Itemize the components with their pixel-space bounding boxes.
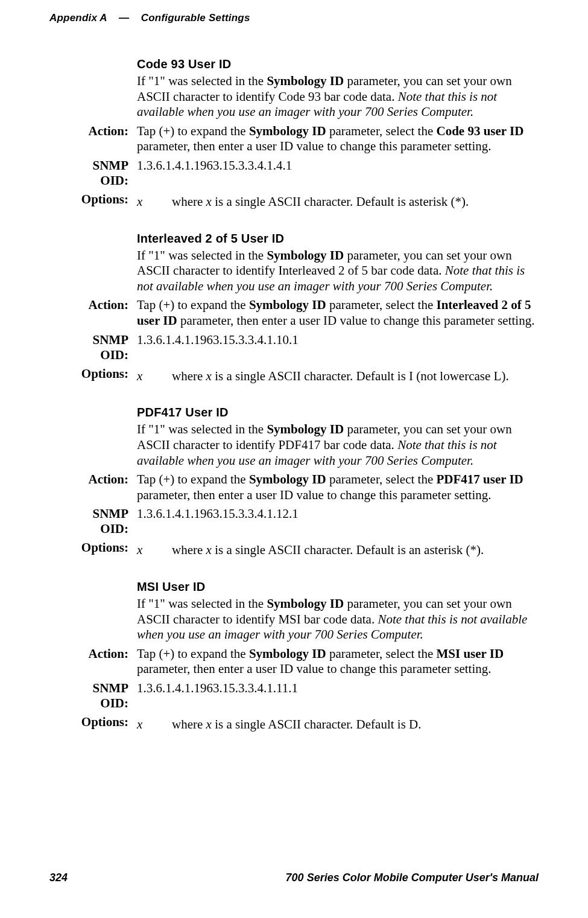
option-x: x (137, 194, 172, 210)
snmp-row: SNMP OID: 1.3.6.1.4.1.1963.15.3.3.4.1.4.… (71, 158, 539, 188)
action-label: Action: (71, 472, 137, 487)
footer-title: 700 Series Color Mobile Computer User's … (286, 872, 539, 884)
action-value: Tap (+) to expand the Symbology ID param… (137, 646, 539, 677)
section-desc: If "1" was selected in the Symbology ID … (137, 596, 539, 643)
action-text: Tap (+) to expand the (137, 124, 249, 138)
options-label: Options: (71, 192, 137, 207)
section-pdf417: PDF417 User ID If "1" was selected in th… (71, 406, 539, 562)
action-row: Action: Tap (+) to expand the Symbology … (71, 472, 539, 503)
desc-bold: Symbology ID (267, 74, 344, 88)
options-label: Options: (71, 715, 137, 730)
desc-text: If "1" was selected in the (137, 74, 267, 88)
section-title: PDF417 User ID (137, 406, 539, 419)
options-label: Options: (71, 366, 137, 381)
options-value: x where x is a single ASCII character. D… (137, 543, 539, 558)
section-code93: Code 93 User ID If "1" was selected in t… (71, 57, 539, 214)
snmp-value: 1.3.6.1.4.1.1963.15.3.3.4.1.4.1 (137, 158, 539, 174)
action-value: Tap (+) to expand the Symbology ID param… (137, 472, 539, 503)
snmp-row: SNMP OID: 1.3.6.1.4.1.1963.15.3.3.4.1.12… (71, 506, 539, 537)
header-appendix: Appendix A (49, 12, 107, 24)
action-label: Action: (71, 646, 137, 661)
action-value: Tap (+) to expand the Symbology ID param… (137, 298, 539, 328)
snmp-label: SNMP OID: (71, 681, 137, 711)
section-interleaved2of5: Interleaved 2 of 5 User ID If "1" was se… (71, 232, 539, 388)
section-title: MSI User ID (137, 580, 539, 594)
page-number: 324 (49, 872, 68, 884)
action-text: parameter, select the (326, 646, 437, 661)
opt-italic: x (206, 543, 212, 557)
opt-text: where (172, 194, 206, 209)
snmp-row: SNMP OID: 1.3.6.1.4.1.1963.15.3.3.4.1.10… (71, 333, 539, 363)
action-text: parameter, then enter a user ID value to… (177, 313, 535, 328)
desc-text: If "1" was selected in the (137, 422, 267, 436)
action-value: Tap (+) to expand the Symbology ID param… (137, 124, 539, 155)
options-value: x where x is a single ASCII character. D… (137, 717, 539, 733)
section-desc: If "1" was selected in the Symbology ID … (137, 248, 539, 295)
snmp-row: SNMP OID: 1.3.6.1.4.1.1963.15.3.3.4.1.11… (71, 681, 539, 711)
options-value: x where x is a single ASCII character. D… (137, 194, 539, 210)
option-x: x (137, 369, 172, 384)
action-bold: Symbology ID (249, 124, 326, 138)
desc-bold: Symbology ID (267, 248, 344, 263)
option-desc: where x is a single ASCII character. Def… (172, 717, 539, 733)
snmp-value: 1.3.6.1.4.1.1963.15.3.3.4.1.10.1 (137, 333, 539, 348)
opt-text: where (172, 369, 206, 383)
snmp-label: SNMP OID: (71, 506, 137, 537)
opt-italic: x (206, 717, 212, 732)
action-text: parameter, then enter a user ID value to… (137, 488, 492, 502)
action-row: Action: Tap (+) to expand the Symbology … (71, 124, 539, 155)
opt-text: is a single ASCII character. Default is … (212, 194, 469, 209)
action-bold: Symbology ID (249, 646, 326, 661)
action-row: Action: Tap (+) to expand the Symbology … (71, 298, 539, 328)
snmp-label: SNMP OID: (71, 158, 137, 188)
action-label: Action: (71, 124, 137, 139)
opt-text: is a single ASCII character. Default is … (212, 369, 509, 383)
options-label: Options: (71, 540, 137, 555)
opt-italic: x (206, 369, 212, 383)
header-title: Configurable Settings (141, 12, 250, 24)
section-desc: If "1" was selected in the Symbology ID … (137, 74, 539, 120)
opt-text: where (172, 717, 206, 732)
page-footer: 324 700 Series Color Mobile Computer Use… (49, 872, 539, 884)
snmp-value: 1.3.6.1.4.1.1963.15.3.3.4.1.11.1 (137, 681, 539, 696)
desc-bold: Symbology ID (267, 596, 344, 611)
page: Appendix A — Configurable Settings Code … (0, 0, 588, 918)
action-text: Tap (+) to expand the (137, 472, 249, 486)
options-row: Options: x where x is a single ASCII cha… (71, 715, 539, 736)
action-bold: Symbology ID (249, 472, 326, 486)
snmp-value: 1.3.6.1.4.1.1963.15.3.3.4.1.12.1 (137, 506, 539, 522)
options-row: Options: x where x is a single ASCII cha… (71, 192, 539, 214)
action-text: Tap (+) to expand the (137, 298, 249, 312)
section-title: Interleaved 2 of 5 User ID (137, 232, 539, 246)
options-row: Options: x where x is a single ASCII cha… (71, 540, 539, 562)
option-desc: where x is a single ASCII character. Def… (172, 194, 539, 210)
opt-text: is a single ASCII character. Default is … (212, 543, 484, 557)
action-label: Action: (71, 298, 137, 313)
action-bold: PDF417 user ID (437, 472, 523, 486)
option-x: x (137, 717, 172, 733)
action-row: Action: Tap (+) to expand the Symbology … (71, 646, 539, 677)
opt-italic: x (206, 194, 212, 209)
opt-text: is a single ASCII character. Default is … (212, 717, 422, 732)
section-desc: If "1" was selected in the Symbology ID … (137, 422, 539, 468)
action-bold: MSI user ID (437, 646, 504, 661)
action-text: parameter, then enter a user ID value to… (137, 139, 492, 153)
running-header: Appendix A — Configurable Settings (49, 12, 539, 24)
content-area: Code 93 User ID If "1" was selected in t… (71, 57, 539, 736)
action-bold: Code 93 user ID (437, 124, 524, 138)
section-msi: MSI User ID If "1" was selected in the S… (71, 580, 539, 736)
desc-bold: Symbology ID (267, 422, 344, 436)
action-text: Tap (+) to expand the (137, 646, 249, 661)
options-row: Options: x where x is a single ASCII cha… (71, 366, 539, 388)
action-text: parameter, select the (326, 472, 437, 486)
snmp-label: SNMP OID: (71, 333, 137, 363)
opt-text: where (172, 543, 206, 557)
desc-text: If "1" was selected in the (137, 596, 267, 611)
option-desc: where x is a single ASCII character. Def… (172, 543, 539, 558)
option-x: x (137, 543, 172, 558)
action-bold: Symbology ID (249, 298, 326, 312)
action-text: parameter, select the (326, 298, 437, 312)
options-value: x where x is a single ASCII character. D… (137, 369, 539, 384)
action-text: parameter, then enter a user ID value to… (137, 661, 492, 676)
section-title: Code 93 User ID (137, 57, 539, 71)
